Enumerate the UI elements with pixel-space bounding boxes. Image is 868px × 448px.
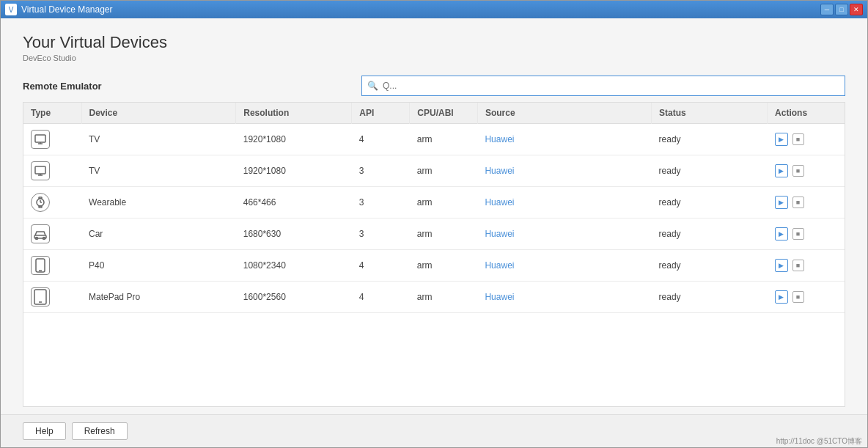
cell-cpu: arm	[410, 219, 478, 250]
play-button[interactable]: ▶	[775, 259, 788, 272]
col-header-status: Status	[652, 103, 768, 124]
cell-device: Car	[81, 219, 236, 250]
table-row: TV 1920*1080 3 arm Huawei ready ▶ ■	[23, 155, 845, 187]
stop-button[interactable]: ■	[792, 291, 804, 303]
titlebar-controls: ─ □ ✕	[820, 4, 863, 15]
footer: Help Refresh	[1, 414, 867, 447]
play-button[interactable]: ▶	[775, 227, 788, 240]
cell-actions: ▶ ■	[768, 124, 845, 155]
cell-type	[23, 155, 81, 187]
table-row: TV 1920*1080 4 arm Huawei ready ▶ ■	[23, 124, 845, 155]
cell-api: 4	[352, 124, 410, 155]
col-header-actions: Actions	[768, 103, 845, 124]
cell-type	[23, 187, 81, 219]
cell-resolution: 1920*1080	[236, 155, 352, 187]
cell-api: 3	[352, 219, 410, 250]
cell-source: Huawei	[477, 250, 651, 282]
cell-resolution: 1600*2560	[236, 282, 352, 313]
cell-type	[23, 124, 81, 155]
section-header: Remote Emulator 🔍	[23, 76, 845, 96]
actions-group: ▶ ■	[775, 133, 837, 146]
app-icon: V	[5, 4, 17, 15]
stop-button[interactable]: ■	[792, 228, 804, 240]
phone-icon	[31, 256, 50, 275]
cell-cpu: arm	[410, 187, 478, 219]
source-link[interactable]: Huawei	[485, 229, 514, 239]
cell-resolution: 466*466	[236, 187, 352, 219]
col-header-device: Device	[81, 103, 236, 124]
stop-button[interactable]: ■	[792, 165, 804, 177]
source-link[interactable]: Huawei	[485, 166, 514, 176]
svg-rect-9	[39, 197, 42, 199]
play-button[interactable]: ▶	[775, 290, 788, 304]
source-link[interactable]: Huawei	[485, 292, 514, 302]
cell-actions: ▶ ■	[768, 155, 845, 187]
cell-api: 3	[352, 187, 410, 219]
table-container: Type Device Resolution API CPU/ABI Sourc…	[23, 102, 845, 407]
actions-group: ▶ ■	[775, 227, 837, 240]
tv-icon	[31, 161, 50, 180]
actions-group: ▶ ■	[775, 164, 837, 177]
svg-rect-3	[35, 166, 45, 174]
titlebar: V Virtual Device Manager ─ □ ✕	[1, 1, 867, 18]
search-input[interactable]	[361, 76, 845, 96]
cell-device: TV	[81, 155, 236, 187]
minimize-button[interactable]: ─	[820, 4, 834, 15]
stop-button[interactable]: ■	[792, 197, 804, 208]
cell-status: ready	[652, 282, 768, 313]
play-button[interactable]: ▶	[775, 196, 788, 209]
table-row: Car 1680*630 3 arm Huawei ready ▶ ■	[23, 219, 845, 250]
cell-status: ready	[652, 250, 768, 282]
cell-type	[23, 219, 81, 250]
stop-button[interactable]: ■	[792, 260, 804, 271]
cell-resolution: 1080*2340	[236, 250, 352, 282]
cell-source: Huawei	[477, 124, 651, 155]
cell-actions: ▶ ■	[768, 250, 845, 282]
cell-api: 3	[352, 155, 410, 187]
cell-cpu: arm	[410, 124, 478, 155]
cell-actions: ▶ ■	[768, 282, 845, 313]
cell-device: TV	[81, 124, 236, 155]
page-title: Your Virtual Devices	[23, 33, 845, 52]
restore-button[interactable]: □	[835, 4, 848, 15]
source-link[interactable]: Huawei	[485, 260, 514, 271]
help-button[interactable]: Help	[23, 422, 66, 440]
cell-status: ready	[652, 155, 768, 187]
actions-group: ▶ ■	[775, 290, 837, 304]
window-title: Virtual Device Manager	[21, 4, 113, 15]
svg-rect-0	[35, 135, 45, 142]
cell-resolution: 1920*1080	[236, 124, 352, 155]
titlebar-title-group: V Virtual Device Manager	[5, 4, 113, 15]
tv-icon	[31, 130, 50, 149]
col-header-resolution: Resolution	[236, 103, 352, 124]
svg-rect-10	[39, 206, 42, 208]
cell-api: 4	[352, 282, 410, 313]
col-header-source: Source	[477, 103, 651, 124]
cell-type	[23, 250, 81, 282]
cell-actions: ▶ ■	[768, 219, 845, 250]
cell-status: ready	[652, 124, 768, 155]
actions-group: ▶ ■	[775, 196, 837, 209]
close-button[interactable]: ✕	[850, 4, 863, 15]
cell-device: Wearable	[81, 187, 236, 219]
watch-icon	[31, 193, 50, 212]
cell-actions: ▶ ■	[768, 187, 845, 219]
table-row: MatePad Pro 1600*2560 4 arm Huawei ready…	[23, 282, 845, 313]
source-link[interactable]: Huawei	[485, 134, 514, 144]
stop-button[interactable]: ■	[792, 133, 804, 145]
cell-source: Huawei	[477, 187, 651, 219]
col-header-type: Type	[23, 103, 81, 124]
cell-cpu: arm	[410, 282, 478, 313]
devices-table: Type Device Resolution API CPU/ABI Sourc…	[23, 103, 845, 313]
cell-status: ready	[652, 187, 768, 219]
refresh-button[interactable]: Refresh	[72, 422, 128, 440]
cell-api: 4	[352, 250, 410, 282]
cell-cpu: arm	[410, 250, 478, 282]
cell-cpu: arm	[410, 155, 478, 187]
play-button[interactable]: ▶	[775, 133, 788, 146]
play-button[interactable]: ▶	[775, 164, 788, 177]
cell-type	[23, 282, 81, 313]
col-header-api: API	[352, 103, 410, 124]
source-link[interactable]: Huawei	[485, 197, 514, 208]
main-content: Your Virtual Devices DevEco Studio Remot…	[1, 18, 867, 414]
